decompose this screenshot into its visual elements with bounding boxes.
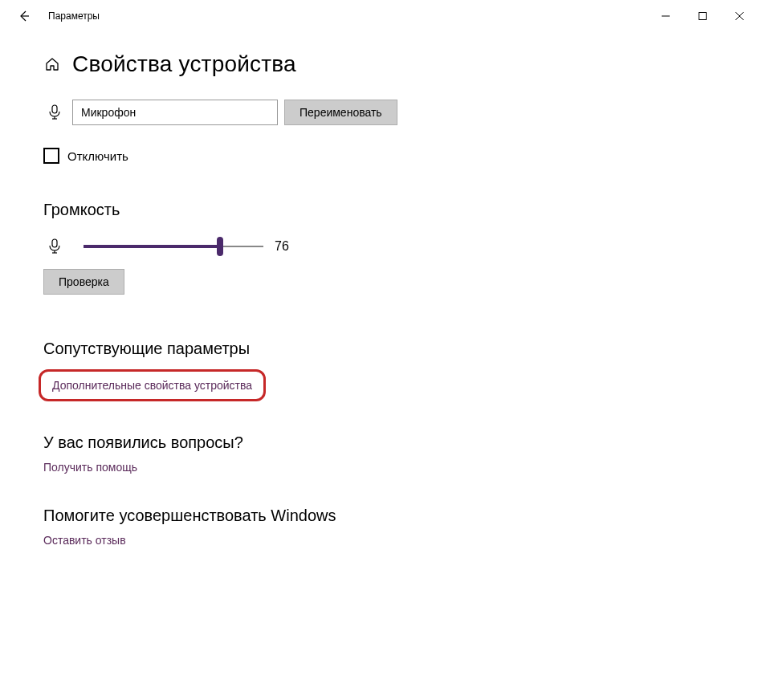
disable-device-row: Отключить xyxy=(43,148,726,164)
questions-heading: У вас появились вопросы? xyxy=(43,433,726,452)
settings-window: Параметры Свойства устр xyxy=(0,0,758,700)
home-icon[interactable] xyxy=(43,55,61,73)
advanced-device-properties-link[interactable]: Дополнительные свойства устройства xyxy=(52,379,252,392)
rename-button[interactable]: Переименовать xyxy=(284,100,397,125)
volume-value: 76 xyxy=(275,239,299,254)
slider-track-fill xyxy=(84,245,220,248)
device-name-row: Переименовать xyxy=(43,100,726,125)
arrow-left-icon xyxy=(18,10,31,22)
related-settings-heading: Сопутствующие параметры xyxy=(43,340,726,358)
svg-rect-8 xyxy=(52,239,57,247)
close-icon xyxy=(736,12,744,20)
app-title: Параметры xyxy=(48,10,100,22)
highlight-annotation: Дополнительные свойства устройства xyxy=(39,369,266,401)
maximize-icon xyxy=(699,12,707,20)
device-name-input[interactable] xyxy=(72,100,278,125)
volume-section-heading: Громкость xyxy=(43,201,726,219)
microphone-icon xyxy=(43,101,66,124)
volume-slider[interactable] xyxy=(84,237,263,256)
page-title: Свойства устройства xyxy=(72,51,296,77)
microphone-icon xyxy=(43,235,66,258)
svg-rect-2 xyxy=(699,13,707,20)
disable-checkbox[interactable] xyxy=(43,148,59,164)
get-help-link[interactable]: Получить помощь xyxy=(43,461,137,474)
help-section: У вас появились вопросы? Получить помощь xyxy=(43,433,726,474)
minimize-button[interactable] xyxy=(647,3,684,29)
close-button[interactable] xyxy=(721,3,758,29)
back-button[interactable] xyxy=(13,5,35,27)
feedback-heading: Помогите усовершенствовать Windows xyxy=(43,507,726,525)
window-caption-buttons xyxy=(647,3,758,29)
page-heading-row: Свойства устройства xyxy=(43,51,726,77)
content-area: Свойства устройства Переименовать Отключ… xyxy=(0,32,758,700)
test-button[interactable]: Проверка xyxy=(43,269,124,295)
feedback-section: Помогите усовершенствовать Windows Остав… xyxy=(43,507,726,547)
slider-thumb[interactable] xyxy=(217,237,223,256)
svg-rect-5 xyxy=(52,105,57,113)
titlebar: Параметры xyxy=(0,0,758,32)
feedback-link[interactable]: Оставить отзыв xyxy=(43,534,126,547)
minimize-icon xyxy=(662,12,670,20)
maximize-button[interactable] xyxy=(684,3,721,29)
disable-label: Отключить xyxy=(67,149,128,163)
volume-row: 76 xyxy=(43,235,726,258)
